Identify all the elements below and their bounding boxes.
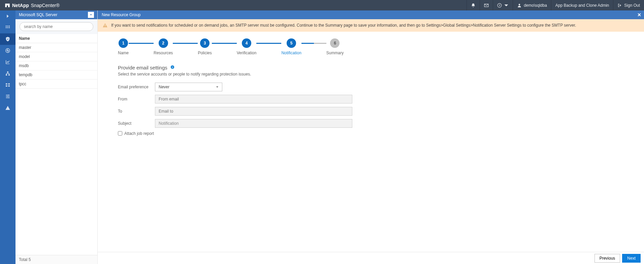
list-item[interactable]: model [15,52,97,61]
hierarchy-icon [5,71,10,76]
list-item[interactable]: tempdb [15,70,97,80]
sliders-icon [5,94,10,99]
close-button[interactable]: × [636,10,643,19]
from-input[interactable] [155,95,352,104]
sidebar-hosts[interactable] [0,68,15,79]
list-header: Name [15,34,97,43]
brand-text: NetApp [12,3,29,8]
step-policies[interactable]: 3 Policies [198,38,212,55]
email-preference-dropdown[interactable]: Never [155,83,222,91]
label-to: To [118,109,155,114]
step-name[interactable]: 1 Name [118,38,129,55]
signout-label: Sign Out [624,3,640,8]
svg-point-21 [7,96,8,97]
step-verification[interactable]: 4 Verification [237,38,257,55]
svg-rect-9 [6,27,7,28]
to-input[interactable] [155,107,352,116]
svg-rect-24 [105,26,105,27]
info-icon[interactable]: i [170,65,175,70]
svg-rect-1 [8,3,10,7]
sidebar-settings[interactable] [0,91,15,102]
svg-rect-6 [6,26,7,27]
help-button[interactable]: ? [493,0,513,10]
info-banner: If you want to send notifications for sc… [98,19,644,32]
sidebar-resources[interactable] [0,33,15,45]
sidebar [0,10,15,264]
svg-point-5 [519,4,520,5]
search-input[interactable] [20,22,93,31]
caret-down-icon [90,13,92,16]
signout-icon [617,3,622,8]
subheader-title: New Resource Group [102,12,140,17]
svg-text:i: i [172,66,173,69]
caret-down-icon [216,86,219,88]
product-text: SnapCenter® [31,3,60,8]
svg-rect-0 [5,3,7,7]
main: New Resource Group × If you want to send… [98,10,644,264]
pulse-icon [5,48,10,53]
netapp-logo-icon [5,3,10,8]
sidebar-storage[interactable] [0,79,15,91]
step-notification[interactable]: 5 Notification [281,38,301,55]
mail-button[interactable] [480,0,493,10]
attach-job-report-checkbox[interactable] [118,131,122,136]
svg-point-22 [9,97,10,98]
svg-rect-8 [9,26,10,27]
svg-rect-10 [7,27,8,28]
svg-rect-14 [6,75,7,76]
section-desc: Select the service accounts or people to… [118,72,631,77]
label-attach-job-report: Attach job report [124,131,154,136]
step-resources[interactable]: 2 Resources [154,38,173,55]
step-summary[interactable]: 6 Summary [326,38,344,55]
shield-check-icon [5,36,10,42]
info-text: If you want to send notifications for sc… [111,23,576,28]
svg-rect-23 [105,25,105,26]
resource-panel: Microsoft SQL Server Name master model m… [15,10,98,264]
label-subject: Subject [118,121,155,126]
svg-point-20 [8,95,9,96]
svg-rect-15 [8,75,10,76]
user-icon [517,3,522,8]
sidebar-monitor[interactable] [0,45,15,56]
warning-icon [5,105,10,111]
user-button[interactable]: demo\sqldba [513,0,551,10]
svg-rect-16 [6,83,7,84]
topbar: NetApp SnapCenter® ? demo\sqldba App Bac… [0,0,644,10]
list-item[interactable]: master [15,43,97,52]
label-email-preference: Email preference [118,85,155,89]
svg-rect-18 [6,85,7,86]
brand: NetApp SnapCenter® [0,3,64,8]
svg-rect-7 [7,26,8,27]
svg-text:?: ? [499,4,501,7]
list-item[interactable]: msdb [15,61,97,70]
caret-down-icon [504,3,509,8]
signout-button[interactable]: Sign Out [613,0,644,10]
wizard-steps: 1 Name 2 Resources 3 Policies 4 Verifica… [118,38,631,55]
tree-label: Microsoft SQL Server [19,12,57,17]
bell-icon [471,3,476,8]
email-preference-value: Never [159,85,169,89]
sidebar-expand[interactable] [0,10,15,22]
close-icon: × [638,11,641,19]
label-from: From [118,97,155,101]
list-item[interactable]: tpcc [15,80,97,89]
help-icon: ? [497,3,502,8]
subject-input[interactable] [155,119,352,128]
tree-header: Microsoft SQL Server [15,10,97,19]
storage-icon [5,82,10,88]
wizard-footer: Previous Next [98,252,644,264]
svg-rect-11 [9,27,10,28]
tree-dropdown-button[interactable] [88,12,94,18]
sidebar-reports[interactable] [0,56,15,68]
chart-icon [5,59,10,65]
warning-icon [102,23,108,30]
sidebar-alerts[interactable] [0,102,15,114]
next-button[interactable]: Next [622,254,641,263]
svg-rect-17 [8,83,10,84]
notifications-button[interactable] [466,0,480,10]
previous-button[interactable]: Previous [594,254,620,263]
chevron-right-icon [5,13,10,19]
role-label: App Backup and Clone Admin [551,0,613,10]
svg-rect-2 [7,3,8,5]
sidebar-dashboard[interactable] [0,22,15,33]
